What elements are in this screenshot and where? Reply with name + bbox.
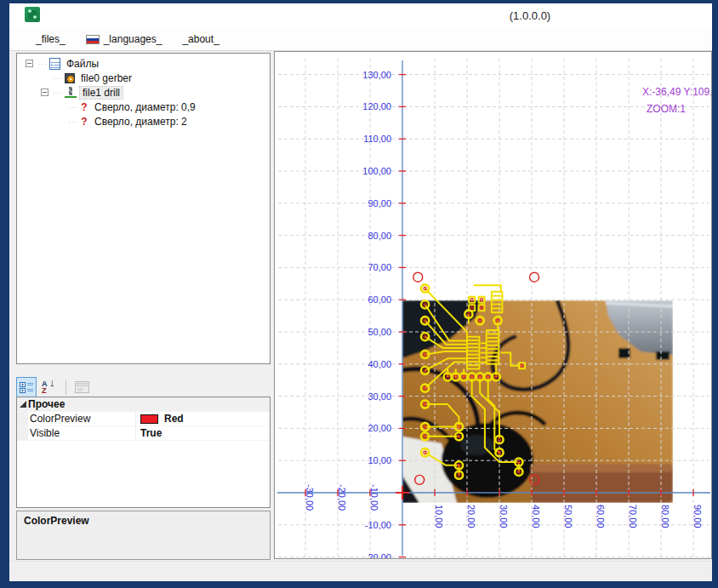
property-value[interactable]: Red: [136, 413, 184, 425]
menu-item-label: _about_: [182, 33, 219, 45]
svg-text:50,00: 50,00: [368, 327, 391, 337]
property-indent: [17, 412, 28, 425]
svg-text:80,00: 80,00: [660, 505, 670, 528]
svg-text:-20,00: -20,00: [365, 552, 391, 559]
menu-item-about[interactable]: _about_: [174, 31, 226, 48]
tree-item-4[interactable]: ···?Сверло, диаметр: 2: [17, 114, 270, 128]
file-tree-panel[interactable]: ···Файлы···file0 gerber···file1 drill···…: [16, 53, 271, 364]
property-pages-button[interactable]: [71, 377, 92, 397]
property-name: ColorPreview: [28, 412, 136, 425]
svg-text:10,00: 10,00: [434, 505, 444, 528]
svg-text:90,00: 90,00: [368, 198, 391, 208]
menu-item-languages[interactable]: _languages_: [78, 31, 170, 48]
svg-text:20,00: 20,00: [368, 423, 391, 433]
tree-item-3[interactable]: ···?Сверло, диаметр: 0,9: [17, 100, 270, 114]
svg-text:ZOOM:1: ZOOM:1: [647, 103, 686, 115]
menu-item-label: _files_: [36, 33, 66, 45]
svg-text:-10,00: -10,00: [369, 484, 379, 511]
gerber-icon: [65, 73, 75, 83]
tree-item-2[interactable]: ···file1 drill: [17, 85, 270, 100]
tree-item-label: file0 gerber: [78, 72, 134, 84]
property-row-ColorPreview[interactable]: ColorPreviewRed: [17, 412, 270, 426]
svg-text:30,00: 30,00: [499, 505, 509, 528]
property-indent: [17, 426, 28, 440]
svg-text:110,00: 110,00: [363, 134, 391, 144]
menu-bar: _files__languages__about_: [9, 28, 712, 51]
property-description-title: ColorPreview: [24, 515, 263, 527]
categorized-icon: [20, 381, 33, 394]
svg-text:-30,00: -30,00: [305, 484, 315, 511]
svg-text:90,00: 90,00: [692, 505, 703, 528]
property-description-panel: ColorPreview: [16, 511, 271, 560]
alphabetical-button[interactable]: AZ↓: [38, 377, 59, 397]
svg-text:50,00: 50,00: [563, 505, 573, 528]
property-value-text: True: [140, 427, 162, 439]
property-value[interactable]: True: [136, 427, 162, 439]
az-sort-icon: AZ↓: [41, 380, 56, 394]
color-swatch: [140, 414, 158, 424]
property-category-row[interactable]: Прочее: [17, 397, 270, 412]
property-row-Visible[interactable]: VisibleTrue: [17, 426, 270, 441]
status-bar: [9, 561, 712, 581]
window-client-area: (1.0.0.0) _files__languages__about_ ···Ф…: [9, 3, 712, 581]
category-collapse-icon[interactable]: [17, 401, 28, 408]
app-window: (1.0.0.0) _files__languages__about_ ···Ф…: [0, 0, 718, 588]
cursor-readout: X:-36,49 Y:109,50ZOOM:1: [642, 86, 712, 115]
tree-collapse-box[interactable]: [41, 88, 48, 96]
property-grid-toolbar: AZ↓: [16, 376, 271, 398]
tree-item-label: file1 drill: [80, 87, 123, 99]
tree-item-label: Сверло, диаметр: 0,9: [92, 101, 198, 113]
svg-text:40,00: 40,00: [368, 359, 391, 369]
svg-text:-10,00: -10,00: [365, 520, 391, 530]
toolbar-separator: [66, 380, 66, 395]
svg-text:100,00: 100,00: [362, 166, 391, 176]
svg-text:80,00: 80,00: [368, 231, 391, 241]
russian-flag-icon: [86, 35, 100, 44]
window-title: (1.0.0.0): [479, 9, 581, 22]
svg-text:130,00: 130,00: [362, 70, 391, 80]
property-name: Visible: [28, 426, 136, 440]
tree-item-label: Сверло, диаметр: 2: [92, 116, 190, 128]
tree-item-1[interactable]: ···file0 gerber: [17, 71, 270, 85]
svg-text:70,00: 70,00: [628, 505, 638, 528]
tree-dotted-line: ···: [53, 88, 63, 97]
category-label: Прочее: [28, 398, 65, 410]
tree-dotted-line: ···: [68, 103, 78, 111]
tree-dotted-line: ···: [37, 60, 48, 68]
categorized-button[interactable]: [16, 377, 37, 397]
plot-canvas[interactable]: 130,00120,00110,00100,0090,0080,0070,006…: [275, 52, 712, 559]
tree-item-label: Файлы: [64, 58, 101, 70]
title-bar[interactable]: (1.0.0.0): [9, 3, 712, 28]
app-icon[interactable]: [25, 7, 40, 22]
property-grid[interactable]: ПрочееColorPreviewRedVisibleTrue: [16, 397, 271, 508]
question-icon: ?: [80, 116, 88, 128]
svg-text:10,00: 10,00: [368, 455, 391, 465]
svg-text:40,00: 40,00: [531, 505, 541, 528]
property-pages-icon: [75, 381, 89, 393]
property-value-text: Red: [164, 413, 184, 425]
tree-collapse-box[interactable]: [26, 60, 33, 67]
menu-item-label: _languages_: [104, 33, 162, 45]
svg-text:120,00: 120,00: [362, 101, 391, 111]
tree-dotted-line: ···: [68, 117, 78, 126]
svg-text:60,00: 60,00: [595, 505, 606, 528]
tree-dotted-line: ···: [53, 74, 63, 83]
menu-item-files[interactable]: _files_: [28, 31, 73, 48]
svg-text:-20,00: -20,00: [337, 484, 347, 511]
tree-item-0[interactable]: ···Файлы: [17, 56, 270, 71]
plot-panel[interactable]: 130,00120,00110,00100,0090,0080,0070,006…: [274, 51, 712, 559]
svg-text:60,00: 60,00: [368, 294, 391, 305]
svg-text:30,00: 30,00: [368, 391, 391, 402]
svg-text:20,00: 20,00: [466, 505, 476, 528]
svg-text:X:-36,49 Y:109,50: X:-36,49 Y:109,50: [642, 86, 712, 98]
svg-text:70,00: 70,00: [368, 262, 391, 272]
drill-icon: [65, 87, 77, 99]
question-icon: ?: [80, 101, 88, 113]
files-list-icon: [49, 58, 60, 70]
